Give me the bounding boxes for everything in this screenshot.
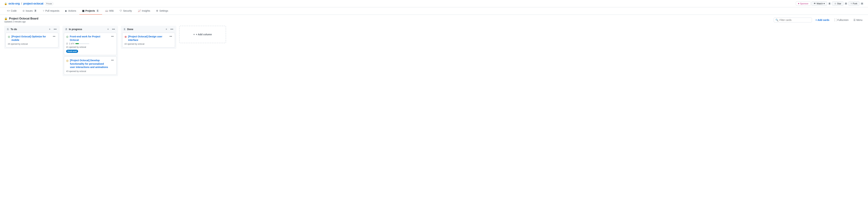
column-todo: 1 To do + ••• ⊙ [Project Octocat] Optimi… bbox=[4, 26, 60, 49]
card-card-4: ⊗ [Project Octocat] Design user interfac… bbox=[122, 33, 175, 48]
menu-label: Menu bbox=[856, 19, 863, 21]
star-label: Star bbox=[837, 2, 841, 5]
lock-icon: 🔒 bbox=[4, 2, 7, 5]
pr-icon: ⑂ bbox=[43, 9, 44, 12]
top-actions: ♥ Sponsor 👁 Watch ▾ 0 ☆ Star 0 ⑂ Fork 0 bbox=[796, 1, 864, 6]
card-title-row: ⊗ [Project Octocat] Design user interfac… bbox=[124, 35, 167, 42]
column-count: 1 bbox=[123, 28, 126, 31]
top-bar: 🔒 octo-org / project-octocat Private ♥ S… bbox=[0, 0, 868, 7]
eye-icon: 👁 bbox=[814, 2, 816, 5]
tab-pull-requests[interactable]: ⑂ Pull requests bbox=[40, 7, 62, 15]
fullscreen-label: Fullscreen bbox=[837, 19, 848, 21]
tab-code[interactable]: <> Code bbox=[4, 7, 20, 15]
card-card-1: ⊙ [Project Octocat] Optimize for mobile … bbox=[5, 33, 58, 48]
fullscreen-icon: ⛶ bbox=[834, 19, 837, 21]
repo-org-link[interactable]: octo-org bbox=[8, 2, 20, 5]
add-column-label: + Add column bbox=[196, 33, 212, 36]
card-title-link[interactable]: [Project Octocat] Optimize for mobile bbox=[11, 35, 51, 42]
hamburger-icon: ☰ bbox=[854, 19, 856, 21]
board-title-section: 🔒 Project Octocat Board Updated 2 minute… bbox=[4, 17, 38, 23]
card-card-3: ◎ [Project Octocat] Develop functionalit… bbox=[64, 56, 117, 75]
column-header: 2 In progress + ••• bbox=[62, 26, 118, 33]
card-card-2: ⊙ Front-end work for Project Octocat •••… bbox=[64, 33, 117, 55]
column-menu-button[interactable]: ••• bbox=[169, 27, 174, 31]
tab-insights[interactable]: 📈 Insights bbox=[135, 7, 153, 15]
column-count: 2 bbox=[65, 28, 68, 31]
star-icon: ☆ bbox=[834, 2, 836, 5]
tab-projects[interactable]: ▦ Projects 1 bbox=[79, 7, 102, 15]
fullscreen-button[interactable]: ⛶ Fullscreen bbox=[833, 18, 850, 22]
column-add-button[interactable]: + bbox=[106, 27, 110, 31]
tab-wiki[interactable]: 📖 Wiki bbox=[102, 7, 117, 15]
column-count: 1 bbox=[6, 28, 9, 31]
progress-row: ☑ 1 of 4 bbox=[66, 43, 115, 45]
repo-nav: <> Code ⊙ Issues 3 ⑂ Pull requests ▶ Act… bbox=[0, 7, 868, 15]
card-meta: #4 opened by octocat bbox=[8, 43, 56, 45]
star-button[interactable]: ☆ Star bbox=[832, 1, 843, 6]
watch-label: Watch bbox=[817, 2, 823, 5]
card-menu-button[interactable]: ••• bbox=[111, 35, 115, 38]
watch-button[interactable]: 👁 Watch ▾ bbox=[811, 1, 827, 6]
projects-count: 1 bbox=[96, 9, 99, 12]
menu-button[interactable]: ☰ Menu bbox=[852, 18, 864, 22]
column-cards: ⊙ Front-end work for Project Octocat •••… bbox=[62, 33, 118, 76]
tab-issues[interactable]: ⊙ Issues 3 bbox=[20, 7, 40, 15]
tab-actions-label: Actions bbox=[68, 9, 76, 12]
star-count: 0 bbox=[844, 2, 848, 5]
board-title-text: Project Octocat Board bbox=[9, 17, 38, 20]
add-cards-button[interactable]: + Add cards bbox=[814, 18, 831, 22]
card-title-row: ⊙ [Project Octocat] Optimize for mobile bbox=[8, 35, 51, 42]
progress-fill bbox=[75, 43, 79, 44]
tab-wiki-label: Wiki bbox=[109, 9, 114, 12]
tab-pr-label: Pull requests bbox=[45, 9, 59, 12]
filter-cards-input[interactable] bbox=[774, 18, 812, 22]
label-tag: front-end bbox=[66, 50, 78, 53]
watch-count: 0 bbox=[828, 2, 831, 5]
closed-status-icon: ⊗ bbox=[124, 35, 127, 38]
repo-name-link[interactable]: project-octocat bbox=[23, 2, 43, 5]
add-column-icon: + bbox=[193, 33, 195, 36]
column-cards: ⊙ [Project Octocat] Optimize for mobile … bbox=[4, 33, 60, 49]
fork-count: 0 bbox=[860, 2, 864, 5]
tab-settings-label: Settings bbox=[159, 9, 168, 12]
chevron-down-icon: ▾ bbox=[824, 2, 825, 5]
column-title: Done bbox=[127, 28, 163, 31]
shield-icon: 🛡 bbox=[120, 9, 122, 12]
heart-icon: ♥ bbox=[798, 2, 799, 5]
actions-icon: ▶ bbox=[65, 9, 67, 12]
column-menu-button[interactable]: ••• bbox=[53, 27, 58, 31]
card-menu-button[interactable]: ••• bbox=[52, 35, 56, 38]
card-menu-button[interactable]: ••• bbox=[111, 59, 115, 61]
repo-separator: / bbox=[21, 2, 22, 5]
column-in-progress: 2 In progress + ••• ⊙ Front-end work for… bbox=[62, 26, 118, 76]
board-title: 🔒 Project Octocat Board bbox=[4, 17, 38, 20]
card-title-link[interactable]: [Project Octocat] Develop functionality … bbox=[70, 59, 109, 69]
tab-actions[interactable]: ▶ Actions bbox=[62, 7, 79, 15]
column-menu-button[interactable]: ••• bbox=[111, 27, 116, 31]
board-area: 1 To do + ••• ⊙ [Project Octocat] Optimi… bbox=[0, 24, 868, 80]
tab-issues-label: Issues bbox=[26, 9, 33, 12]
add-column-button[interactable]: + + Add column bbox=[179, 26, 226, 43]
column-title: To do bbox=[10, 28, 47, 31]
fork-button[interactable]: ⑂ Fork bbox=[848, 1, 860, 6]
tab-settings[interactable]: ⚙ Settings bbox=[153, 7, 171, 15]
column-done: 1 Done + ••• ⊗ [Project Octocat] Design … bbox=[121, 26, 176, 49]
card-title-link[interactable]: Front-end work for Project Octocat bbox=[70, 35, 109, 42]
open-status-icon: ⊙ bbox=[66, 35, 68, 38]
tab-security[interactable]: 🛡 Security bbox=[117, 7, 135, 15]
card-title-link[interactable]: [Project Octocat] Design user interface bbox=[128, 35, 167, 42]
column-cards: ⊗ [Project Octocat] Design user interfac… bbox=[121, 33, 176, 49]
board-toolbar: 🔍 + Add cards ⛶ Fullscreen ☰ Menu bbox=[774, 18, 864, 22]
wiki-icon: 📖 bbox=[105, 9, 108, 12]
filter-input-wrap: 🔍 bbox=[774, 18, 812, 22]
sponsor-button[interactable]: ♥ Sponsor bbox=[796, 1, 811, 6]
column-add-button[interactable]: + bbox=[164, 27, 168, 31]
card-meta: #1 opened by octocat bbox=[66, 46, 115, 48]
lock-small-icon: 🔒 bbox=[4, 17, 8, 20]
card-issue-num: #3 opened by octocat bbox=[66, 70, 86, 73]
card-header: ◎ [Project Octocat] Develop functionalit… bbox=[66, 59, 115, 69]
tab-code-label: Code bbox=[11, 9, 17, 12]
column-add-button[interactable]: + bbox=[48, 27, 52, 31]
column-header: 1 To do + ••• bbox=[4, 26, 60, 33]
card-menu-button[interactable]: ••• bbox=[169, 35, 173, 38]
